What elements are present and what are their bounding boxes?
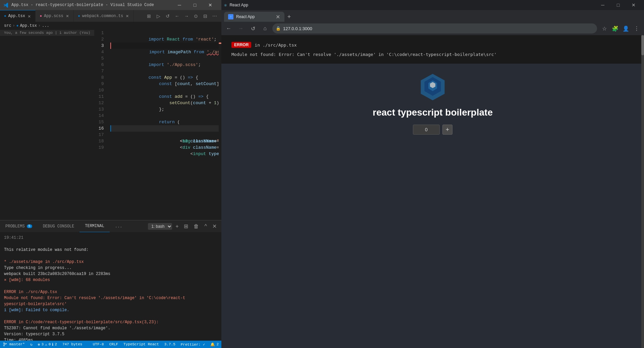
split-terminal-button[interactable]: ⊟: [201, 12, 209, 20]
language-status[interactable]: TypeScript React: [121, 341, 162, 348]
browser-refresh-button[interactable]: ↺: [248, 24, 258, 33]
breadcrumb-sep-2: ›: [38, 23, 41, 28]
bottom-tab-bar: PROBLEMS 5 DEBUG CONSOLE TERMINAL ...: [0, 220, 221, 232]
browser-back-button[interactable]: ←: [224, 24, 233, 33]
browser-minimize-button[interactable]: ─: [595, 0, 610, 10]
code-line-14: return (: [110, 113, 219, 119]
breadcrumb-symbol[interactable]: ...: [42, 23, 49, 28]
error-banner: ERROR in ./src/App.tsx: [231, 42, 634, 48]
split-editor-button[interactable]: ⊞: [145, 12, 153, 20]
encoding-status[interactable]: UTF-8: [90, 341, 107, 348]
browser-nav-bar: ← → ↺ ⌂ 🔒 ☆ 🧩 👤 ⋮: [221, 22, 644, 35]
line-num-10: 10: [94, 87, 106, 93]
browser-tab-react-app[interactable]: ⚛ React App ✕: [224, 12, 284, 22]
ts-version-status[interactable]: 3.7.5: [162, 341, 178, 348]
browser-menu-button[interactable]: ⋮: [632, 24, 641, 33]
problems-status[interactable]: ⊗ 3 ⚠ 0 ℹ 2: [35, 341, 60, 348]
open-changes-button[interactable]: ⊙: [192, 12, 200, 20]
url-bar-container: 🔒: [272, 23, 597, 33]
terminal-line-error-file: ERROR in ./src/App.tsx: [4, 289, 217, 295]
terminal-line-error-ts: ERROR in C:/code/react-typescript-boiler…: [4, 319, 217, 325]
maximize-button[interactable]: □: [187, 0, 203, 10]
code-content[interactable]: import React from 'react'; import { hot …: [110, 30, 219, 220]
svg-point-1: [4, 345, 5, 346]
extensions-button[interactable]: 🧩: [610, 24, 620, 33]
vscode-window-controls: ─ □ ✕: [172, 0, 218, 10]
restart-button[interactable]: ↺: [164, 12, 172, 20]
notifications-count: 2: [216, 342, 219, 346]
terminal-line-timestamp: 19:41:21: [4, 235, 217, 241]
breadcrumb-file[interactable]: App.tsx: [20, 23, 37, 28]
bookmark-button[interactable]: ☆: [600, 24, 609, 33]
tab-close-app-tsx[interactable]: ✕: [27, 13, 31, 20]
tab-close-app-scss[interactable]: ✕: [65, 12, 69, 19]
warning-icon: ⚠: [45, 342, 47, 347]
close-button[interactable]: ✕: [203, 0, 218, 10]
forward-button[interactable]: →: [182, 12, 191, 20]
browser-scrollbar[interactable]: [641, 35, 644, 348]
code-line-2: import { hot } from 'react-hot-loader/ro…: [110, 36, 219, 43]
browser-scrollbar-thumb[interactable]: [641, 35, 644, 55]
file-size-status[interactable]: 747 bytes: [60, 341, 85, 348]
maximize-panel-button[interactable]: ^: [202, 223, 209, 230]
tab-close-react-app[interactable]: ✕: [275, 14, 280, 19]
profiles-button[interactable]: 👤: [621, 24, 631, 33]
browser-window-controls: ─ □ ✕: [595, 0, 641, 10]
breadcrumb-src[interactable]: src: [4, 23, 11, 28]
line-num-12: 12: [94, 100, 106, 106]
run-button[interactable]: ▷: [154, 12, 162, 20]
notifications-status[interactable]: 🔔 2: [208, 341, 221, 348]
tab-webpack[interactable]: ● webpack.common.ts ✕: [74, 10, 133, 22]
terminal-line-wdm-failed: i [wdm]: Failed to compile.: [4, 307, 217, 313]
code-editor[interactable]: You, a few seconds ago | 1 author (You) …: [0, 30, 221, 220]
info-count: 2: [55, 342, 57, 346]
back-button[interactable]: ←: [173, 12, 181, 20]
browser-close-button[interactable]: ✕: [626, 0, 641, 10]
line-num-8: 8: [94, 74, 106, 81]
close-panel-button[interactable]: ✕: [210, 222, 219, 230]
sync-status[interactable]: ↻: [28, 341, 35, 348]
terminal-line-wdm-modules: ✕ [wdm]: 68 modules: [4, 277, 217, 283]
terminal-line-module-error: This relative module was not found:: [4, 247, 217, 253]
line-num-3: 3: [94, 43, 106, 49]
terminal-line-empty-3: [4, 283, 217, 289]
browser-home-button[interactable]: ⌂: [260, 24, 270, 33]
git-branch-status[interactable]: master*: [0, 341, 28, 348]
tab-terminal[interactable]: TERMINAL: [79, 220, 110, 232]
problems-label: PROBLEMS: [5, 224, 25, 229]
tab-close-webpack[interactable]: ✕: [125, 12, 129, 19]
minimize-button[interactable]: ─: [172, 0, 187, 10]
line-num-1: 1: [94, 30, 106, 36]
tab-title: React App: [236, 14, 272, 19]
kill-terminal-button[interactable]: 🗑: [192, 223, 201, 230]
code-line-7: const App = () => {: [110, 68, 219, 74]
more-actions-button[interactable]: ⋯: [211, 12, 219, 20]
tab-more[interactable]: ...: [110, 220, 128, 232]
encoding-label: UTF-8: [93, 342, 104, 346]
code-line-9: [110, 81, 219, 87]
increment-button[interactable]: +: [442, 125, 452, 135]
tab-debug-console[interactable]: DEBUG CONSOLE: [38, 220, 80, 232]
terminal-select[interactable]: 1: bash: [148, 223, 172, 230]
tab-label-app-tsx: App.tsx: [8, 14, 25, 18]
split-terminal-button-2[interactable]: ⊞: [182, 222, 190, 230]
new-tab-button[interactable]: +: [284, 12, 294, 22]
tab-problems[interactable]: PROBLEMS 5: [0, 220, 38, 232]
more-panels-label: ...: [115, 224, 122, 229]
line-num-15: 15: [94, 119, 106, 125]
error-message-text: Module not found: Error: Can't resolve '…: [231, 52, 634, 57]
tab-app-scss[interactable]: ● App.scss ✕: [36, 10, 74, 22]
browser-maximize-button[interactable]: □: [610, 0, 626, 10]
browser-forward-button[interactable]: →: [236, 24, 246, 33]
new-terminal-button[interactable]: +: [173, 223, 180, 230]
counter-input[interactable]: [413, 125, 440, 135]
editor-tab-bar: ● App.tsx ✕ ● App.scss ✕ ● webpack.commo…: [0, 10, 221, 22]
url-bar[interactable]: [272, 23, 597, 33]
browser-tab-bar: ⚛ React App ✕ +: [221, 10, 644, 22]
eol-status[interactable]: CRLF: [107, 341, 121, 348]
terminal-line-time: Time: 4085ms: [4, 337, 217, 341]
editor-scrollbar[interactable]: [219, 30, 221, 220]
terminal-output[interactable]: 19:41:21 This relative module was not fo…: [0, 232, 221, 341]
prettier-status[interactable]: Prettier: ✓: [178, 341, 208, 348]
tab-app-tsx[interactable]: ● App.tsx ✕: [0, 10, 36, 22]
